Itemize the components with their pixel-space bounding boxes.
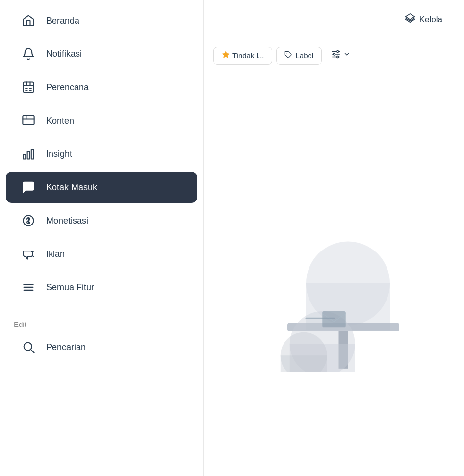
sidebar-item-notifikasi[interactable]: Notifikasi [6, 38, 197, 70]
chat-icon [20, 178, 37, 196]
megaphone-icon [20, 245, 37, 263]
sidebar-item-label: Beranda [46, 16, 79, 26]
sidebar-item-label: Insight [46, 149, 72, 159]
svg-rect-36 [280, 355, 327, 372]
star-icon [222, 51, 230, 60]
svg-rect-12 [27, 151, 30, 159]
svg-rect-0 [24, 82, 34, 93]
calendar-icon [20, 78, 37, 96]
illustration [241, 176, 427, 372]
sidebar-item-label: Perencana [46, 82, 89, 93]
sidebar: Beranda Notifikasi [0, 0, 204, 476]
main-content: Kelola Tindak l... Label [204, 0, 464, 476]
sidebar-item-semua-fitur[interactable]: Semua Fitur [6, 272, 197, 303]
konten-icon [20, 112, 37, 129]
svg-rect-13 [31, 150, 34, 159]
sliders-icon [331, 49, 341, 62]
sidebar-item-label: Kotak Masuk [46, 182, 97, 193]
settings-filter-button[interactable] [326, 45, 355, 66]
sidebar-item-monetisasi[interactable]: Monetisasi [6, 205, 197, 236]
sidebar-section-edit: Edit [0, 314, 203, 330]
svg-marker-21 [222, 51, 229, 58]
sidebar-divider [10, 309, 193, 309]
sidebar-item-insight[interactable]: Insight [6, 138, 197, 170]
svg-point-26 [337, 51, 339, 53]
sidebar-item-label: Monetisasi [46, 216, 88, 226]
sidebar-item-pencarian[interactable]: Pencarian [6, 331, 197, 363]
tindak-lanjut-button[interactable]: Tindak l... [213, 47, 272, 65]
sidebar-item-iklan[interactable]: Iklan [6, 238, 197, 270]
label-button[interactable]: Label [276, 47, 322, 65]
label-label: Label [295, 51, 313, 60]
menu-icon [20, 278, 37, 296]
insight-icon [20, 145, 37, 163]
svg-point-28 [337, 56, 339, 58]
svg-point-27 [334, 53, 335, 55]
home-icon [20, 12, 37, 29]
svg-rect-11 [24, 154, 26, 159]
dollar-icon [20, 212, 37, 229]
bell-icon [20, 45, 37, 63]
tindak-lanjut-label: Tindak l... [232, 51, 264, 60]
sidebar-nav: Beranda Notifikasi [0, 0, 203, 476]
sidebar-item-label: Pencarian [46, 342, 86, 352]
sidebar-item-kotak-masuk[interactable]: Kotak Masuk [6, 172, 197, 203]
svg-line-19 [31, 350, 34, 352]
sidebar-item-label: Konten [46, 116, 74, 126]
kelola-label: Kelola [419, 15, 442, 25]
svg-rect-8 [23, 116, 34, 125]
layers-icon [405, 13, 415, 26]
sidebar-item-perencana[interactable]: Perencana [6, 72, 197, 103]
sidebar-item-beranda[interactable]: Beranda [6, 5, 197, 36]
search-icon [20, 338, 37, 356]
sidebar-item-label: Semua Fitur [46, 282, 94, 293]
dropdown-arrow-icon [343, 51, 350, 60]
kelola-button[interactable]: Kelola [395, 8, 452, 31]
svg-rect-37 [322, 311, 346, 327]
filter-bar: Tindak l... Label [204, 39, 464, 72]
sidebar-item-label: Notifikasi [46, 49, 82, 59]
tag-icon [284, 51, 292, 60]
sidebar-item-konten[interactable]: Konten [6, 105, 197, 136]
empty-state [204, 72, 464, 476]
top-bar: Kelola [204, 0, 464, 39]
sidebar-item-label: Iklan [46, 249, 65, 259]
